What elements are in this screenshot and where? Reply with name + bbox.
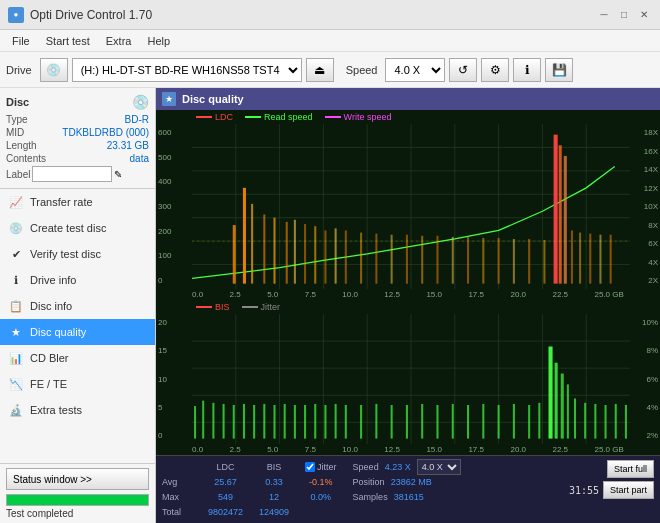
disc-type-value: BD-R — [125, 114, 149, 125]
bottom-chart-legend: BIS Jitter — [156, 300, 660, 314]
status-bar-fill — [7, 495, 148, 505]
chart-top-canvas — [192, 124, 630, 289]
nav-fe-te-label: FE / TE — [30, 378, 67, 390]
speed-select[interactable]: 4.0 X — [385, 58, 445, 82]
close-button[interactable]: ✕ — [636, 7, 652, 23]
svg-rect-89 — [528, 405, 530, 439]
svg-rect-75 — [324, 405, 326, 439]
nav-transfer-rate[interactable]: 📈 Transfer rate — [0, 189, 155, 215]
x-2.5: 2.5 — [230, 290, 241, 299]
svg-rect-70 — [273, 405, 275, 439]
jitter-header: Jitter — [317, 462, 337, 472]
nav-cd-bler[interactable]: 📊 CD Bler — [0, 345, 155, 371]
maximize-button[interactable]: □ — [616, 7, 632, 23]
stats-cols: Avg Max Total LDC 25.67 549 9802472 — [162, 460, 559, 519]
svg-rect-94 — [567, 384, 569, 438]
svg-rect-22 — [304, 224, 306, 284]
status-area: Status window >> Test completed — [0, 463, 155, 523]
x-22.5: 22.5 — [552, 290, 568, 299]
legend-bis-label: BIS — [215, 302, 230, 312]
xb-25: 25.0 GB — [595, 445, 624, 454]
disc-mid-value: TDKBLDRBD (000) — [62, 127, 149, 138]
x-12.5: 12.5 — [384, 290, 400, 299]
disc-mid-label: MID — [6, 127, 24, 138]
nav-verify-test-disc[interactable]: ✔ Verify test disc — [0, 241, 155, 267]
svg-rect-79 — [375, 404, 377, 439]
svg-rect-71 — [284, 404, 286, 439]
legend-ldc-color — [196, 116, 212, 118]
svg-rect-63 — [202, 401, 204, 439]
nav-drive-info[interactable]: ℹ Drive info — [0, 267, 155, 293]
xb-22.5: 22.5 — [552, 445, 568, 454]
fe-te-icon: 📉 — [8, 376, 24, 392]
samples-val: 381615 — [394, 492, 424, 502]
svg-rect-20 — [286, 222, 288, 284]
svg-rect-96 — [584, 403, 586, 439]
jitter-checkbox[interactable] — [305, 462, 315, 472]
eject-button[interactable]: ⏏ — [306, 58, 334, 82]
time-display: 31:55 — [569, 485, 599, 496]
svg-rect-74 — [314, 404, 316, 439]
svg-rect-66 — [233, 405, 235, 439]
drive-select[interactable]: (H:) HL-DT-ST BD-RE WH16NS58 TST4 — [72, 58, 302, 82]
nav-fe-te[interactable]: 📉 FE / TE — [0, 371, 155, 397]
svg-rect-80 — [391, 405, 393, 439]
disc-length-label: Length — [6, 140, 37, 151]
menu-starttest[interactable]: Start test — [38, 33, 98, 49]
samples-header: Samples — [353, 492, 388, 502]
x-25: 25.0 GB — [595, 290, 624, 299]
y-label-100: 100 — [158, 251, 190, 260]
nav-disc-info[interactable]: 📋 Disc info — [0, 293, 155, 319]
drive-icon-btn[interactable]: 💿 — [40, 58, 68, 82]
y-right-6x: 6X — [632, 239, 658, 248]
jitter-max: 0.0% — [305, 490, 337, 504]
svg-rect-90 — [538, 403, 540, 439]
xb-12.5: 12.5 — [384, 445, 400, 454]
legend-write-speed: Write speed — [325, 112, 392, 122]
menu-help[interactable]: Help — [139, 33, 178, 49]
disc-label-icon[interactable]: ✎ — [114, 169, 122, 180]
disc-quality-panel: ★ Disc quality LDC Read speed Write spee… — [156, 88, 660, 523]
disc-title: Disc — [6, 96, 29, 108]
nav-create-test-disc[interactable]: 💿 Create test disc — [0, 215, 155, 241]
menu-extra[interactable]: Extra — [98, 33, 140, 49]
svg-rect-72 — [294, 405, 296, 439]
svg-rect-33 — [452, 237, 454, 284]
status-window-button[interactable]: Status window >> — [6, 468, 149, 490]
legend-ldc-label: LDC — [215, 112, 233, 122]
y-right-18x: 18X — [632, 128, 658, 137]
save-button[interactable]: 💾 — [545, 58, 573, 82]
disc-label-input[interactable] — [32, 166, 112, 182]
speed-val: 4.23 X — [385, 462, 411, 472]
x-5: 5.0 — [267, 290, 278, 299]
legend-write-speed-label: Write speed — [344, 112, 392, 122]
y-label-300: 300 — [158, 202, 190, 211]
minimize-button[interactable]: ─ — [596, 7, 612, 23]
titlebar: ● Opti Drive Control 1.70 ─ □ ✕ — [0, 0, 660, 30]
start-full-button[interactable]: Start full — [607, 460, 654, 478]
svg-rect-39 — [543, 240, 545, 284]
legend-jitter-label: Jitter — [261, 302, 281, 312]
speed-dropdown[interactable]: 4.0 X — [417, 459, 461, 475]
svg-rect-42 — [564, 156, 567, 284]
settings-button[interactable]: ⚙ — [481, 58, 509, 82]
refresh-button[interactable]: ↺ — [449, 58, 477, 82]
nav-create-test-disc-label: Create test disc — [30, 222, 106, 234]
start-part-button[interactable]: Start part — [603, 481, 654, 499]
ldc-avg: 25.67 — [208, 475, 243, 489]
nav-extra-tests[interactable]: 🔬 Extra tests — [0, 397, 155, 423]
svg-rect-92 — [555, 363, 558, 439]
menu-file[interactable]: File — [4, 33, 38, 49]
nav-cd-bler-label: CD Bler — [30, 352, 69, 364]
y-b-0: 0 — [158, 431, 190, 440]
verify-test-disc-icon: ✔ — [8, 246, 24, 262]
drive-label: Drive — [6, 64, 32, 76]
svg-rect-15 — [233, 225, 236, 284]
info-button[interactable]: ℹ — [513, 58, 541, 82]
disc-quality-title: Disc quality — [182, 93, 244, 105]
svg-rect-24 — [324, 230, 326, 283]
nav-disc-quality[interactable]: ★ Disc quality — [0, 319, 155, 345]
transfer-rate-icon: 📈 — [8, 194, 24, 210]
x-15: 15.0 — [426, 290, 442, 299]
svg-rect-69 — [263, 404, 265, 439]
